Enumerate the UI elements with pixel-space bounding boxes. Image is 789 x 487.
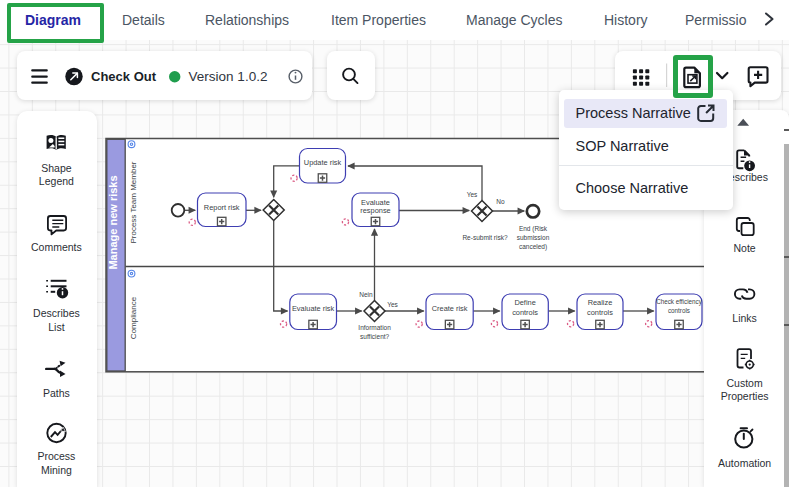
svg-text:Version 1.0.2: Version 1.0.2 xyxy=(189,69,268,84)
svg-text:Check Out: Check Out xyxy=(91,69,157,84)
